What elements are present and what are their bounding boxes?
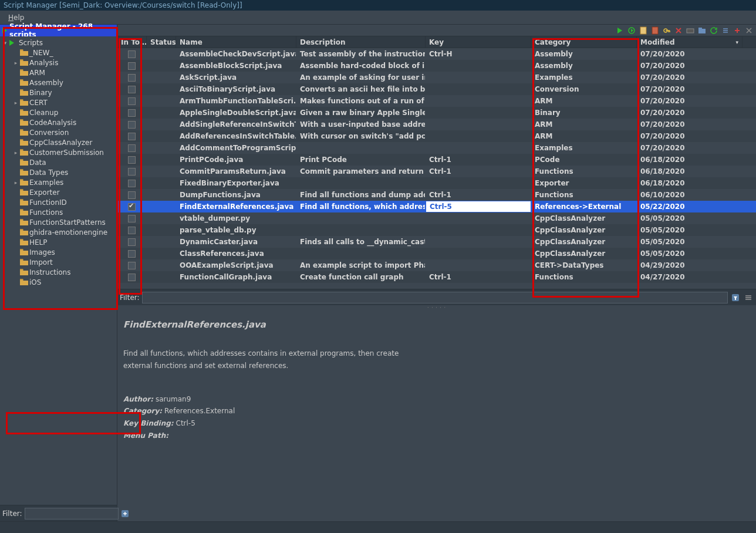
in-tool-checkbox[interactable] <box>128 191 136 199</box>
tree-item[interactable]: Binary <box>0 87 117 97</box>
in-tool-checkbox[interactable] <box>128 62 136 70</box>
tree-item[interactable]: Data <box>0 157 117 167</box>
table-row[interactable]: AppleSingleDoubleScript.javaGiven a raw … <box>117 107 756 119</box>
tree-item[interactable]: Data Types <box>0 167 117 177</box>
clear-filter-icon[interactable] <box>121 508 129 519</box>
in-tool-checkbox[interactable] <box>128 262 136 269</box>
main-filter-input[interactable] <box>142 292 728 303</box>
tree-item[interactable]: ghidra-emotionengine <box>0 227 117 237</box>
new-script-icon[interactable] <box>639 26 648 35</box>
in-tool-checkbox[interactable] <box>128 109 136 117</box>
tree-item[interactable]: Instructions <box>0 267 117 277</box>
col-cat[interactable]: Category <box>531 36 637 48</box>
table-row[interactable]: AsciiToBinaryScript.javaConverts an asci… <box>117 83 756 95</box>
folder-icon <box>20 279 28 286</box>
tree-item[interactable]: ▸CustomerSubmission <box>0 147 117 157</box>
tree-item[interactable]: FunctionStartPatterns <box>0 217 117 227</box>
folder-icon <box>20 149 28 156</box>
folder-icon <box>20 59 28 66</box>
table-row[interactable]: FindExternalReferences.javaFind all func… <box>117 201 756 212</box>
table-row[interactable]: OOAExampleScript.javaAn example script t… <box>117 259 756 271</box>
folder-icon <box>20 49 28 56</box>
in-tool-checkbox[interactable] <box>128 203 136 211</box>
in-tool-checkbox[interactable] <box>128 144 136 152</box>
in-tool-checkbox[interactable] <box>128 227 136 234</box>
table-row[interactable]: PrintPCode.javaPrint PCodeCtrl-1PCode06/… <box>117 154 756 166</box>
tree-item[interactable]: Functions <box>0 207 117 217</box>
tree-item[interactable]: Import <box>0 257 117 267</box>
col-key[interactable]: Key <box>426 36 531 48</box>
table-row[interactable]: AskScript.javaAn example of asking for u… <box>117 72 756 83</box>
table-row[interactable]: AddReferencesInSwitchTable.j…With cursor… <box>117 130 756 142</box>
in-tool-checkbox[interactable] <box>128 74 136 82</box>
table-row[interactable]: CommitParamsReturn.javaCommit parameters… <box>117 166 756 177</box>
in-tool-checkbox[interactable] <box>128 156 136 164</box>
filter-options-icon[interactable] <box>730 292 741 303</box>
filter-settings-icon[interactable] <box>743 292 754 303</box>
horizontal-splitter[interactable]: · · · · · <box>117 305 756 310</box>
in-tool-checkbox[interactable] <box>128 133 136 140</box>
tree-item[interactable]: _NEW_ <box>0 48 117 58</box>
run-again-icon[interactable] <box>627 26 636 35</box>
tree-item[interactable]: CppClassAnalyzer <box>0 137 117 147</box>
tree-item[interactable]: ▸Analysis <box>0 58 117 68</box>
main-panel: In To… Status Name Description Key Categ… <box>117 25 756 521</box>
table-row[interactable]: ClassReferences.javaCppClassAnalyzer05/0… <box>117 248 756 259</box>
delete-icon[interactable] <box>674 26 683 35</box>
close-panel-icon[interactable] <box>744 26 754 35</box>
sidebar-filter-input[interactable] <box>25 508 119 519</box>
tree-item[interactable]: HELP <box>0 237 117 247</box>
tree-item[interactable]: ▸CERT <box>0 97 117 107</box>
edit-script-icon[interactable] <box>650 26 660 35</box>
table-row[interactable]: parse_vtable_db.pyCppClassAnalyzer05/05/… <box>117 224 756 236</box>
in-tool-checkbox[interactable] <box>128 215 136 222</box>
folder-icon <box>20 119 28 126</box>
list-icon[interactable] <box>721 26 730 35</box>
tree-item[interactable]: Exporter <box>0 187 117 197</box>
tree-item[interactable]: Cleanup <box>0 107 117 117</box>
category-tree[interactable]: ▾Scripts_NEW_▸AnalysisARMAssemblyBinary▸… <box>0 36 117 505</box>
in-tool-checkbox[interactable] <box>128 121 136 129</box>
col-status[interactable]: Status <box>147 36 176 48</box>
tree-item[interactable]: ▾Scripts <box>0 38 117 48</box>
in-tool-checkbox[interactable] <box>128 97 136 105</box>
tree-item[interactable]: CodeAnalysis <box>0 117 117 127</box>
table-row[interactable]: AssembleCheckDevScript.javaTest assembly… <box>117 48 756 60</box>
table-row[interactable]: ArmThumbFunctionTableScri…Makes function… <box>117 95 756 107</box>
col-mod[interactable]: Modified▾ <box>637 36 743 48</box>
run-script-icon[interactable] <box>615 26 625 35</box>
tree-item[interactable]: ▸Examples <box>0 177 117 187</box>
table-row[interactable]: FixedBinaryExporter.javaExporter06/18/20… <box>117 177 756 189</box>
in-tool-checkbox[interactable] <box>128 50 136 58</box>
in-tool-checkbox[interactable] <box>128 180 136 187</box>
in-tool-checkbox[interactable] <box>128 274 136 281</box>
in-tool-checkbox[interactable] <box>128 86 136 93</box>
table-row[interactable]: DynamicCaster.javaFinds all calls to __d… <box>117 236 756 248</box>
add-icon[interactable] <box>733 26 742 35</box>
menu-help[interactable]: Help <box>5 12 28 23</box>
in-tool-checkbox[interactable] <box>128 238 136 246</box>
details-author: Author: saruman9 <box>123 394 750 404</box>
col-intool[interactable]: In To… <box>117 36 147 48</box>
table-row[interactable]: AssembleBlockScript.javaAssemble hard-co… <box>117 60 756 72</box>
tree-item[interactable]: Images <box>0 247 117 257</box>
tree-item[interactable]: Assembly <box>0 77 117 87</box>
tree-item[interactable]: Conversion <box>0 127 117 137</box>
table-row[interactable]: vtable_dumper.pyCppClassAnalyzer05/05/20… <box>117 212 756 224</box>
table-row[interactable]: AddCommentToProgramScript.…Examples07/20… <box>117 142 756 154</box>
table-body[interactable]: AssembleCheckDevScript.javaTest assembly… <box>117 48 756 289</box>
in-tool-checkbox[interactable] <box>128 250 136 258</box>
table-row[interactable]: DumpFunctions.javaFind all functions and… <box>117 189 756 201</box>
tree-item[interactable]: iOS <box>0 277 117 287</box>
table-row[interactable]: AddSingleReferenceInSwitchT…With a user-… <box>117 119 756 130</box>
col-name[interactable]: Name <box>176 36 296 48</box>
table-row[interactable]: FunctionCallGraph.javaCreate function ca… <box>117 271 756 283</box>
key-binding-icon[interactable] <box>662 26 671 35</box>
script-dirs-icon[interactable] <box>697 26 707 35</box>
in-tool-checkbox[interactable] <box>128 168 136 176</box>
rename-icon[interactable] <box>686 26 695 35</box>
tree-item[interactable]: FunctionID <box>0 197 117 207</box>
refresh-icon[interactable] <box>709 26 718 35</box>
col-desc[interactable]: Description <box>296 36 426 48</box>
tree-item[interactable]: ARM <box>0 68 117 77</box>
